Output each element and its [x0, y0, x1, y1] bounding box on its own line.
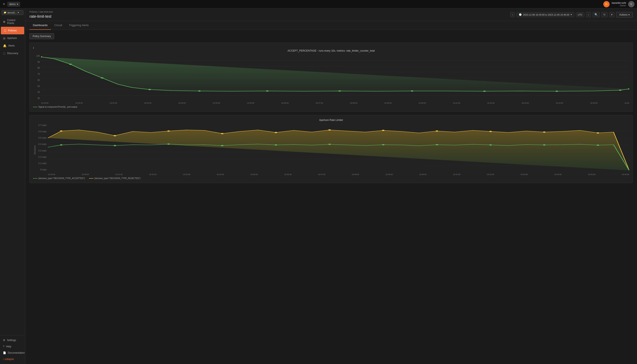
workspace-label: demo	[9, 3, 16, 6]
svg-point-40	[60, 144, 62, 146]
docs-icon: 📄	[3, 351, 6, 354]
chart1-legend-item: Signal at component:PromQL, port:output	[33, 106, 77, 108]
sidebar-item-help[interactable]: ? Help	[0, 343, 25, 350]
sidebar-item-discovery[interactable]: ◌ Discovery	[0, 50, 25, 57]
chart2-y-axis-label-container: Decisions	[33, 124, 37, 176]
sidebar-item-documentation[interactable]: 📄 Documentation	[0, 350, 25, 356]
svg-point-10	[41, 56, 42, 58]
chart1-title: ACCEPT_PERCENTAGE - runs every 10s, metr…	[33, 49, 629, 52]
user-role: Owner	[612, 4, 626, 7]
breadcrumb-current: rate-limit-test	[40, 10, 53, 13]
tab-triggering-alerts[interactable]: Triggering Alerts	[66, 21, 92, 30]
legend-yellow-line	[89, 178, 93, 179]
svg-point-49	[543, 144, 546, 146]
alerts-icon: 🔔	[3, 44, 6, 48]
svg-point-12	[101, 77, 104, 78]
svg-point-36	[436, 130, 438, 132]
refresh-button[interactable]: ↻	[602, 12, 608, 17]
prev-button[interactable]: ‹	[510, 12, 515, 17]
chart2-y-axis-label: Decisions	[34, 145, 36, 154]
aperture-icon: ◎	[3, 36, 6, 40]
zoom-out-button[interactable]: 🔍	[592, 12, 600, 17]
topbar: ✕ demo ▾ 🟠 karanbir.sohi Owner K	[0, 0, 637, 8]
chart1-info-icon[interactable]: ℹ	[33, 46, 34, 49]
sidebar-item-label: Control Points	[7, 19, 22, 25]
charts-area: ℹ ACCEPT_PERCENTAGE - runs every 10s, me…	[25, 42, 637, 187]
svg-point-15	[266, 90, 268, 92]
sidebar-item-control-points[interactable]: ⊕ Control Points	[0, 17, 25, 27]
sidebar-item-label: Policies	[8, 29, 17, 32]
header-right: ‹ 🕐 2023-12-06 16:29:00 to 2023-12-06 16…	[510, 12, 633, 18]
chart2-x-axis: 16:29:00 16:30:00 16:31:00 16:32:00 16:3…	[48, 173, 629, 176]
svg-point-34	[328, 129, 331, 130]
svg-point-32	[221, 133, 224, 134]
legend-dashed-line	[33, 107, 37, 107]
svg-point-21	[628, 88, 629, 90]
user-avatar: K	[628, 1, 634, 7]
user-avatar-circle: 🟠	[603, 1, 610, 7]
chart2-legend-rejected: {decision_type="DECISION_TYPE_REJECTED"}	[89, 177, 140, 180]
actions-button[interactable]: Actions ▾	[616, 12, 633, 18]
svg-point-37	[489, 131, 492, 132]
control-points-icon: ⊕	[3, 20, 6, 24]
sidebar-item-settings[interactable]: ⚙ Settings	[0, 337, 25, 343]
time-range-selector[interactable]: 🕐 2023-12-06 16:29:00 to 2023-12-06 16:4…	[516, 12, 574, 17]
svg-point-50	[596, 144, 599, 146]
tab-dashboards[interactable]: Dashboards	[30, 21, 51, 30]
chart1-svg	[41, 55, 629, 101]
svg-point-45	[328, 144, 331, 145]
content-area: Policies / rate-limit-test rate-limit-te…	[25, 8, 637, 364]
svg-point-31	[167, 130, 170, 132]
discovery-icon: ◌	[3, 52, 6, 55]
policy-area: Policy Summary	[25, 30, 637, 42]
sidebar-workspace-label: demoD...	[7, 12, 17, 14]
user-info: karanbir.sohi Owner	[612, 2, 626, 7]
sidebar-workspace-selector[interactable]: 📁 demoD... ▾	[2, 10, 24, 15]
workspace-selector[interactable]: demo ▾	[7, 2, 20, 6]
chevron-left-icon: ‹	[3, 358, 4, 361]
policy-summary-button[interactable]: Policy Summary	[30, 33, 54, 39]
svg-point-39	[596, 132, 599, 134]
sidebar-item-policies[interactable]: ⬡ Policies	[1, 27, 24, 34]
svg-point-16	[338, 90, 341, 92]
chevron-down-icon: ▾	[17, 3, 18, 6]
page-title: rate-limit-test	[30, 14, 53, 19]
sidebar-item-alerts[interactable]: 🔔 Alerts	[0, 42, 25, 50]
sidebar-bottom: ⚙ Settings ? Help 📄 Documentation ‹ coll…	[0, 335, 25, 364]
svg-point-41	[114, 145, 116, 146]
actions-label: Actions	[619, 13, 628, 16]
user-name: karanbir.sohi	[612, 2, 626, 4]
svg-point-29	[60, 130, 62, 132]
clock-icon: 🕐	[519, 13, 522, 16]
sidebar: 📁 demoD... ▾ ⊕ Control Points ⬡ Policies…	[0, 8, 25, 364]
svg-point-48	[489, 144, 492, 146]
folder-icon: 📁	[4, 11, 6, 14]
sidebar-item-label: Alerts	[8, 44, 15, 47]
timezone-label: UTC	[578, 14, 583, 16]
sidebar-item-aperture[interactable]: ◎ Aperture	[0, 34, 25, 42]
breadcrumb-parent[interactable]: Policies	[30, 10, 38, 13]
collapse-label: collapse	[5, 358, 14, 361]
more-options-button[interactable]: ▾	[609, 12, 614, 17]
svg-point-13	[148, 89, 151, 90]
sidebar-item-label: Discovery	[7, 52, 18, 55]
collapse-button[interactable]: ‹ collapse	[0, 356, 25, 362]
sidebar-item-label: Aperture	[7, 37, 17, 40]
timezone-selector[interactable]: UTC	[576, 12, 584, 17]
settings-label: Settings	[7, 339, 16, 342]
help-label: Help	[6, 345, 12, 348]
tab-circuit[interactable]: Circuit	[51, 21, 66, 30]
chevron-down-icon: ▾	[571, 13, 572, 16]
chart1-y-axis: 100 90 80 70 60 50 40 30	[33, 55, 41, 104]
svg-point-14	[198, 90, 201, 92]
chart2-y-axis: 0.7 req/s 0.6 req/s 0.5 req/s 0.4 req/s …	[37, 124, 48, 176]
chevron-down-icon: ▾	[628, 13, 630, 16]
close-button[interactable]: ✕	[2, 2, 5, 6]
breadcrumb: Policies / rate-limit-test	[30, 10, 53, 13]
next-button[interactable]: ›	[586, 12, 591, 17]
chart1-legend: Signal at component:PromQL, port:output	[33, 106, 629, 108]
svg-point-30	[114, 135, 116, 136]
main-layout: 📁 demoD... ▾ ⊕ Control Points ⬡ Policies…	[0, 8, 637, 364]
svg-point-18	[483, 90, 486, 92]
time-range-label: 2023-12-06 16:29:00 to 2023-12-06 16:46:…	[523, 14, 570, 16]
